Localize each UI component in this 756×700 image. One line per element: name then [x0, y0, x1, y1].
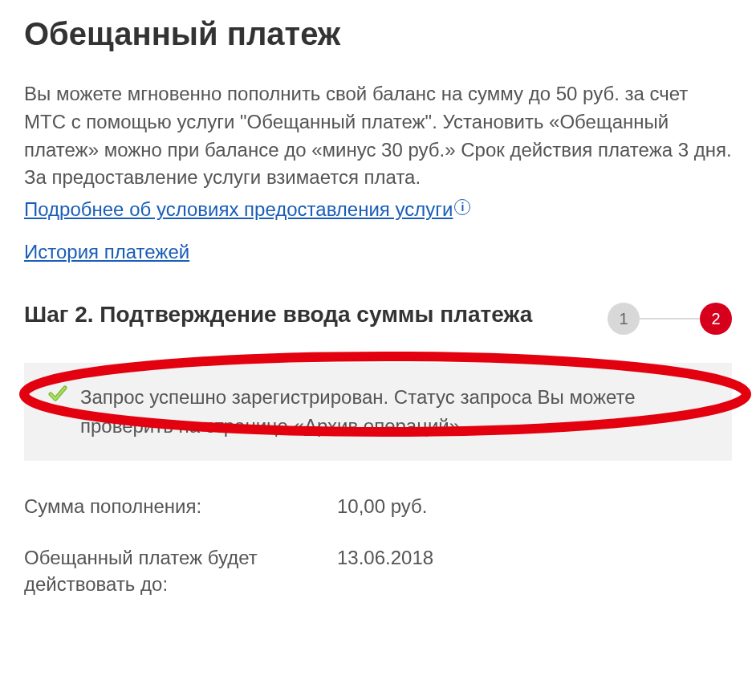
- page-title: Обещанный платеж: [24, 16, 732, 52]
- more-conditions-link[interactable]: Подробнее об условиях предоставления усл…: [24, 198, 453, 220]
- step-title: Шаг 2. Подтверждение ввода суммы платежа: [24, 299, 608, 330]
- step-indicator-2: 2: [700, 303, 732, 335]
- success-message-container: Запрос успешно зарегистрирован. Статус з…: [24, 363, 732, 461]
- amount-row: Сумма пополнения: 10,00 руб.: [24, 493, 732, 520]
- payment-history-link[interactable]: История платежей: [24, 241, 189, 262]
- expires-row: Обещанный платеж будет действовать до: 1…: [24, 544, 732, 598]
- check-icon: [48, 384, 67, 403]
- expires-value: 13.06.2018: [337, 544, 732, 598]
- success-message-box: Запрос успешно зарегистрирован. Статус з…: [24, 363, 732, 461]
- step-header-row: Шаг 2. Подтверждение ввода суммы платежа…: [24, 299, 732, 335]
- amount-value: 10,00 руб.: [337, 493, 732, 520]
- step-connector: [640, 318, 700, 319]
- progress-stepper: 1 2: [608, 299, 732, 335]
- archive-operations-link[interactable]: Архив операций: [304, 415, 449, 437]
- expires-label: Обещанный платеж будет действовать до:: [24, 544, 337, 598]
- success-text-2: ».: [449, 415, 465, 437]
- info-icon[interactable]: i: [454, 199, 470, 215]
- step-indicator-1: 1: [608, 303, 640, 335]
- amount-label: Сумма пополнения:: [24, 493, 337, 520]
- intro-paragraph: Вы можете мгновенно пополнить свой балан…: [24, 80, 732, 192]
